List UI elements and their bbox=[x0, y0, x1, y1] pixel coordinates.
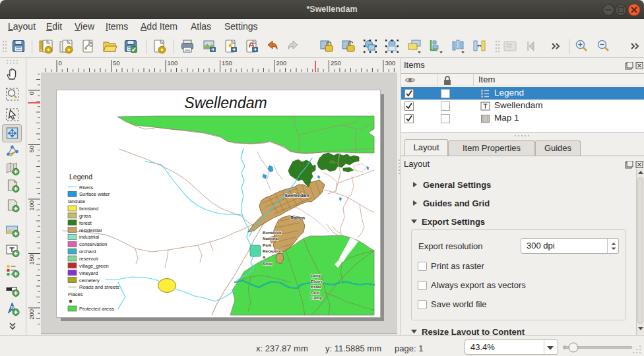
svg-text:industrial: industrial bbox=[79, 234, 99, 240]
svg-text:Park: Park bbox=[263, 243, 272, 247]
svg-text:forest: forest bbox=[79, 220, 92, 226]
svg-text:Roads and streets: Roads and streets bbox=[79, 284, 119, 290]
svg-text:farmland: farmland bbox=[79, 206, 98, 212]
svg-text:Elsies: Elsies bbox=[311, 279, 323, 283]
svg-text:cemetery: cemetery bbox=[79, 278, 100, 283]
svg-text:Reception: Reception bbox=[263, 249, 282, 253]
svg-text:Railton: Railton bbox=[290, 216, 305, 220]
svg-text:Camp: Camp bbox=[311, 295, 322, 300]
svg-text:250: 250 bbox=[331, 59, 341, 67]
svg-text:Places: Places bbox=[68, 291, 83, 297]
svg-text:0: 0 bbox=[28, 92, 35, 95]
svg-text:100: 100 bbox=[28, 200, 35, 211]
svg-text:Legend: Legend bbox=[69, 173, 92, 181]
svg-text:grass: grass bbox=[79, 213, 92, 219]
svg-text:50: 50 bbox=[28, 146, 35, 153]
svg-text:&: & bbox=[263, 254, 266, 259]
svg-text:Shop: Shop bbox=[263, 261, 273, 266]
svg-text:300: 300 bbox=[385, 59, 395, 67]
svg-text:village_green: village_green bbox=[79, 263, 109, 269]
svg-text:Kraal: Kraal bbox=[311, 284, 321, 289]
svg-text:Lang: Lang bbox=[311, 273, 321, 278]
svg-text:Swellendam: Swellendam bbox=[285, 193, 309, 198]
svg-text:Bontebok: Bontebok bbox=[263, 230, 282, 235]
svg-text:N: N bbox=[11, 305, 15, 310]
svg-text:conservation: conservation bbox=[79, 241, 108, 247]
svg-text:200: 200 bbox=[276, 59, 287, 67]
svg-text:0: 0 bbox=[59, 59, 62, 67]
svg-text:Surface water: Surface water bbox=[79, 191, 110, 197]
svg-text:National: National bbox=[263, 236, 279, 241]
svg-text:100: 100 bbox=[168, 59, 178, 67]
svg-text:residential: residential bbox=[79, 227, 102, 233]
svg-text:landuse: landuse bbox=[68, 198, 85, 204]
svg-text:50: 50 bbox=[113, 59, 120, 67]
svg-text:reservoir: reservoir bbox=[79, 256, 99, 262]
svg-text:Rest: Rest bbox=[311, 290, 319, 295]
svg-text:200: 200 bbox=[28, 309, 35, 320]
svg-text:orchard: orchard bbox=[79, 249, 96, 254]
svg-text:150: 150 bbox=[222, 59, 232, 67]
svg-text:Protected areas: Protected areas bbox=[79, 306, 114, 312]
svg-text:150: 150 bbox=[28, 254, 35, 265]
svg-text:Swellendam: Swellendam bbox=[184, 94, 267, 111]
svg-text:vineyard: vineyard bbox=[79, 270, 98, 276]
svg-text:Rivers: Rivers bbox=[79, 185, 94, 191]
